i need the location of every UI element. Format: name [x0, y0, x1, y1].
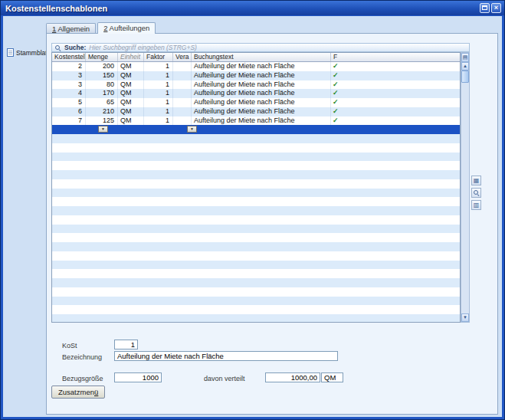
tab-page-aufteilungen: Suche: Hier Suchbegriff eingeben (STRG+S… — [46, 33, 498, 415]
cell-f: ✓ — [331, 116, 460, 126]
cell-menge: 200 — [86, 62, 118, 71]
empty-row[interactable] — [52, 197, 460, 206]
table-row[interactable]: 3150QM1Aufteilung der Miete nach Fläche✓ — [52, 71, 460, 80]
cell-f: ✓ — [331, 71, 460, 80]
columns-button[interactable]: ▥ — [471, 200, 481, 210]
cell-faktor: 1 — [144, 89, 173, 98]
empty-row[interactable] — [52, 305, 460, 314]
maximize-icon — [482, 5, 487, 10]
cell-faktor: 1 — [144, 71, 173, 80]
tab-allgemein[interactable]: 1 Allgemein — [46, 23, 96, 33]
empty-row[interactable] — [52, 179, 460, 189]
empty-row[interactable] — [52, 189, 460, 198]
dropdown-button[interactable]: ▼ — [187, 126, 197, 133]
empty-row[interactable] — [52, 233, 460, 242]
empty-row[interactable] — [52, 269, 460, 278]
cell-einheit: QM — [118, 80, 144, 90]
cell-einheit: QM — [118, 107, 144, 116]
column-header-menge[interactable]: Menge — [86, 53, 118, 61]
window-content: Stammblatt 1 Allgemein 2 Aufteilungen Su… — [3, 16, 502, 417]
scroll-up-button[interactable]: ▲ — [461, 62, 469, 71]
table-row[interactable]: 6210QM1Aufteilung der Miete nach Fläche✓ — [52, 107, 460, 116]
cell-f: ✓ — [331, 98, 460, 107]
cell-kostenstelle: 2 — [52, 62, 86, 71]
vertical-scrollbar[interactable]: ▤ ▲ ▼ — [461, 52, 470, 323]
davon-verteilt-label: davon verteilt — [204, 375, 245, 382]
cell-vera — [173, 116, 192, 126]
cell-buchungstext: Aufteilung der Miete nach Fläche — [192, 80, 331, 90]
scroll-down-button[interactable]: ▼ — [461, 313, 469, 322]
cell-menge: 150 — [86, 71, 118, 80]
bezugsgroesse-input[interactable] — [114, 372, 162, 382]
empty-row[interactable] — [52, 261, 460, 270]
tab-label: Aufteilungen — [107, 24, 149, 32]
cell-vera — [173, 71, 192, 80]
empty-row[interactable] — [52, 215, 460, 225]
davon-verteilt-unit-input[interactable] — [321, 372, 343, 382]
table-row[interactable]: 565QM1Aufteilung der Miete nach Fläche✓ — [52, 98, 460, 107]
cell-vera — [173, 89, 192, 98]
cell-faktor: 1 — [144, 116, 173, 126]
column-header-kostenstelle[interactable]: Kostenstelle — [52, 53, 86, 61]
kost-input[interactable] — [114, 340, 138, 349]
cell-f: ✓ — [331, 89, 460, 98]
grid-body: 2200QM1Aufteilung der Miete nach Fläche✓… — [52, 62, 460, 323]
empty-row[interactable] — [52, 251, 460, 261]
sidebar-item-stammblatt[interactable]: Stammblatt — [7, 48, 49, 57]
table-row[interactable]: 7125QM1Aufteilung der Miete nach Fläche✓ — [52, 116, 460, 126]
cell-faktor: 1 — [144, 98, 173, 107]
bezugsgroesse-label: Bezugsgröße — [62, 375, 103, 382]
empty-row[interactable] — [52, 134, 460, 143]
empty-row[interactable] — [52, 287, 460, 297]
data-grid: KostenstelleMengeEinheitFaktorVeraBuchun… — [51, 52, 461, 323]
cell-vera — [173, 62, 192, 71]
zusatzmenu-button[interactable]: Zusatzmenü — [51, 386, 105, 399]
sidebar: Stammblatt — [3, 16, 44, 417]
zoom-button[interactable] — [471, 188, 481, 198]
titlebar[interactable]: Kostenstellenschablonen × — [1, 1, 504, 15]
empty-row[interactable] — [52, 278, 460, 287]
table-row[interactable]: 2200QM1Aufteilung der Miete nach Fläche✓ — [52, 62, 460, 71]
bezeichnung-input[interactable] — [114, 351, 338, 361]
search-bar[interactable]: Suche: Hier Suchbegriff eingeben (STRG+S… — [51, 43, 470, 52]
cell-buchungstext: Aufteilung der Miete nach Fläche — [192, 62, 331, 71]
maximize-button[interactable] — [480, 3, 490, 13]
cell-menge: 210 — [86, 107, 118, 116]
column-header-faktor[interactable]: Faktor — [144, 53, 173, 61]
scrollbar-track[interactable] — [461, 83, 469, 313]
empty-row[interactable] — [52, 206, 460, 215]
cell-menge: 65 — [86, 98, 118, 107]
cell-faktor: 1 — [144, 107, 173, 116]
empty-row[interactable] — [52, 297, 460, 306]
tab-label: Allgemein — [56, 25, 90, 33]
tab-control: 1 Allgemein 2 Aufteilungen Suche: Hier S… — [46, 22, 498, 415]
cell-einheit: QM — [118, 89, 144, 98]
empty-row[interactable] — [52, 225, 460, 234]
table-row[interactable]: 380QM1Aufteilung der Miete nach Fläche✓ — [52, 80, 460, 90]
dropdown-button[interactable]: ▼ — [98, 126, 108, 133]
empty-row[interactable] — [52, 170, 460, 179]
button-accel: ü — [94, 388, 98, 396]
cell-faktor: 1 — [144, 62, 173, 71]
empty-row[interactable] — [52, 242, 460, 251]
davon-verteilt-input[interactable] — [265, 372, 320, 382]
column-header-einheit[interactable]: Einheit — [118, 53, 144, 61]
column-chooser-button[interactable]: ▤ — [461, 53, 469, 62]
scrollbar-thumb[interactable] — [461, 71, 469, 83]
tab-aufteilungen[interactable]: 2 Aufteilungen — [97, 22, 156, 34]
cell-vera — [173, 80, 192, 90]
cell-menge: 80 — [86, 80, 118, 90]
empty-row[interactable] — [52, 153, 460, 162]
empty-row[interactable] — [52, 143, 460, 153]
grid-view-button[interactable]: ▦ — [471, 176, 481, 185]
table-row[interactable]: 4170QM1Aufteilung der Miete nach Fläche✓ — [52, 89, 460, 98]
empty-row[interactable] — [52, 161, 460, 170]
cell-kostenstelle: 7 — [52, 116, 86, 126]
cell-vera — [173, 107, 192, 116]
empty-row[interactable] — [52, 314, 460, 323]
column-header-buchungstext[interactable]: Buchungstext — [192, 53, 331, 61]
column-header-f[interactable]: F — [331, 53, 460, 61]
close-button[interactable]: × — [491, 3, 501, 13]
new-row-editor[interactable]: ▼▼ — [52, 125, 460, 134]
column-header-vera[interactable]: Vera — [173, 53, 192, 61]
